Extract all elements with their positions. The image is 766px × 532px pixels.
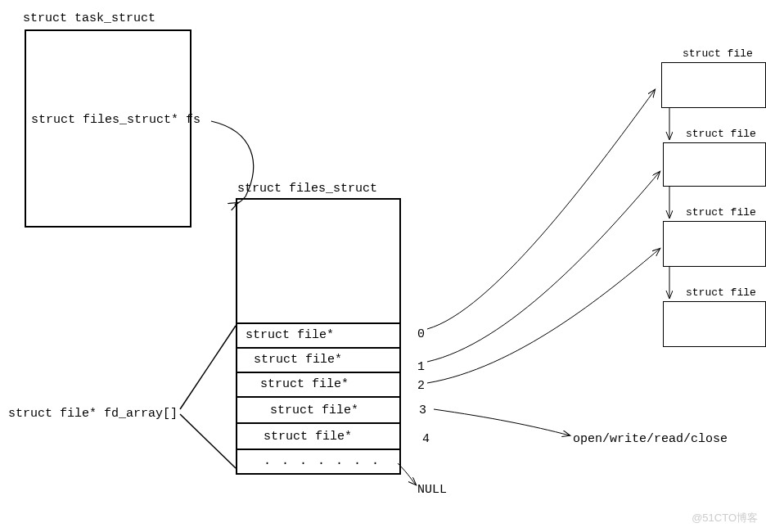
fd-array-row-3-text: struct file*: [270, 404, 358, 417]
null-label: NULL: [417, 483, 447, 497]
files-struct-box: [236, 198, 401, 326]
file-3-label: struct file: [686, 286, 756, 299]
fd-array-row-4-index: 4: [422, 432, 430, 446]
file-1-box: [663, 142, 766, 187]
fd-array-label: struct file* fd_array[]: [8, 407, 178, 421]
task-struct-field-fs: struct files_struct* fs: [31, 113, 201, 127]
fd-array-row-1-index: 1: [417, 360, 425, 374]
fd-array-row-0-index: 0: [417, 327, 425, 341]
fd-array-row-0-text: struct file*: [246, 328, 334, 342]
file-2-label: struct file: [686, 206, 756, 219]
file-0-box: [661, 62, 766, 108]
svg-line-0: [180, 326, 236, 409]
svg-line-1: [180, 414, 236, 468]
file-2-box: [663, 221, 766, 267]
task-struct-box: [25, 29, 192, 228]
ops-label: open/write/read/close: [573, 432, 728, 446]
fd-array-row-3-index: 3: [419, 404, 426, 417]
file-0-label: struct file: [683, 47, 753, 60]
task-struct-title: struct task_struct: [23, 11, 155, 25]
file-1-label: struct file: [686, 128, 756, 140]
fd-array-row-2-text: struct file*: [260, 377, 349, 391]
file-3-box: [663, 301, 766, 347]
fd-array-row-1-text: struct file*: [254, 353, 342, 367]
fd-array-ellipsis-text: . . . . . . .: [264, 454, 381, 468]
fd-array-row-2-index: 2: [417, 379, 425, 393]
files-struct-title: struct files_struct: [237, 182, 377, 196]
watermark: @51CTO博客: [692, 511, 758, 525]
fd-array-row-4-text: struct file*: [264, 430, 352, 444]
